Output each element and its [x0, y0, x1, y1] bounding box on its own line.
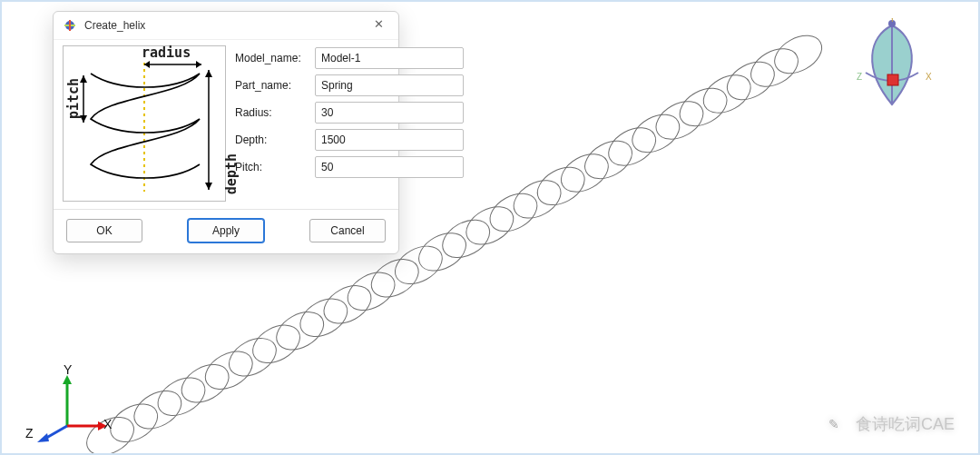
watermark-text: 食诗吃词CAE — [856, 413, 955, 435]
diagram-label-radius: radius — [142, 45, 191, 61]
axis-triad[interactable]: Y X Z — [31, 370, 113, 442]
svg-point-4 — [175, 357, 235, 410]
svg-point-5 — [199, 344, 259, 397]
helix-diagram: radius pitch depth — [63, 45, 226, 202]
radius-field[interactable] — [315, 102, 464, 124]
svg-point-23 — [626, 107, 686, 160]
dialog-titlebar[interactable]: Create_helix ✕ — [54, 12, 398, 40]
helix-form: Model_name: Part_name: Radius: Depth: Pi… — [235, 45, 464, 202]
pitch-label: Pitch: — [235, 161, 309, 173]
apply-button[interactable]: Apply — [188, 219, 264, 242]
cancel-button[interactable]: Cancel — [309, 219, 386, 242]
depth-field[interactable] — [315, 129, 464, 151]
svg-point-11 — [341, 265, 401, 318]
create-helix-dialog: Create_helix ✕ radiu — [53, 11, 399, 254]
svg-point-18 — [507, 173, 567, 225]
svg-marker-38 — [205, 70, 212, 77]
svg-point-21 — [578, 134, 638, 186]
svg-rect-51 — [887, 74, 898, 85]
watermark: ✎ 食诗吃词CAE — [821, 411, 955, 437]
diagram-label-pitch: pitch — [65, 78, 82, 119]
svg-point-2 — [128, 383, 188, 436]
ok-button[interactable]: OK — [66, 219, 142, 242]
svg-point-3 — [152, 371, 211, 423]
svg-marker-36 — [144, 61, 150, 68]
svg-point-26 — [697, 67, 757, 120]
svg-point-10 — [318, 278, 377, 331]
svg-point-29 — [769, 28, 828, 81]
svg-point-1 — [104, 397, 164, 450]
svg-point-20 — [554, 146, 614, 199]
svg-text:Z: Z — [857, 72, 862, 82]
triad-y-label: Y — [64, 362, 72, 377]
svg-point-22 — [603, 120, 662, 173]
svg-point-15 — [436, 213, 496, 265]
svg-point-24 — [650, 94, 710, 146]
diagram-label-depth: depth — [223, 153, 240, 194]
triad-z-label: Z — [25, 426, 34, 440]
svg-point-9 — [294, 292, 354, 344]
svg-marker-39 — [205, 183, 212, 190]
pitch-field[interactable] — [315, 156, 464, 178]
dialog-title: Create_helix — [84, 19, 368, 32]
navigation-gizmo[interactable]: X Z Y — [851, 18, 933, 118]
svg-point-6 — [222, 331, 282, 383]
svg-point-27 — [720, 54, 780, 107]
part-name-label: Part_name: — [235, 79, 309, 92]
svg-point-16 — [460, 199, 520, 252]
radius-label: Radius: — [235, 106, 309, 119]
watermark-icon: ✎ — [821, 411, 847, 437]
svg-point-28 — [744, 41, 804, 94]
svg-point-17 — [484, 186, 544, 239]
svg-point-25 — [673, 81, 733, 134]
close-icon[interactable]: ✕ — [368, 15, 389, 36]
svg-rect-32 — [69, 20, 71, 31]
svg-point-12 — [365, 252, 425, 304]
svg-marker-48 — [37, 433, 49, 442]
app-icon — [63, 18, 77, 33]
model-name-field[interactable] — [315, 47, 464, 69]
dialog-footer: OK Apply Cancel — [54, 209, 398, 253]
triad-x-label: X — [103, 417, 112, 431]
depth-label: Depth: — [235, 134, 309, 146]
model-name-label: Model_name: — [235, 52, 309, 64]
svg-marker-35 — [196, 61, 201, 68]
svg-text:Y: Y — [889, 18, 896, 24]
svg-point-19 — [531, 160, 591, 213]
svg-point-7 — [246, 318, 306, 371]
svg-text:X: X — [926, 72, 932, 82]
svg-point-14 — [412, 225, 472, 278]
svg-point-8 — [270, 304, 330, 357]
part-name-field[interactable] — [315, 74, 464, 96]
